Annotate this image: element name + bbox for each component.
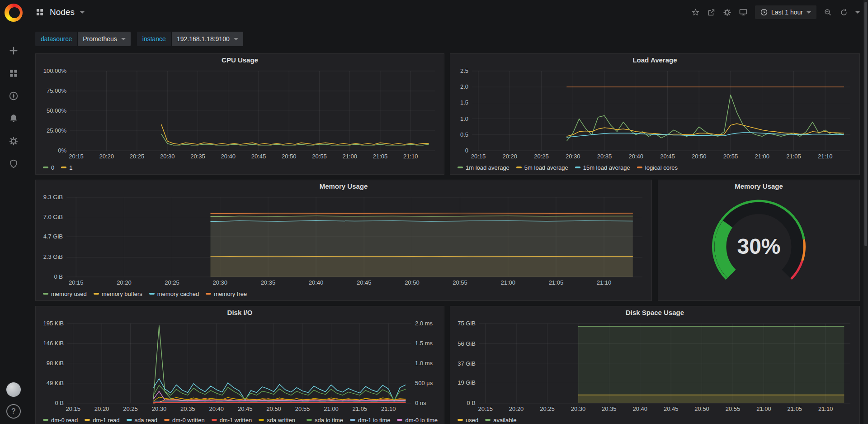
svg-text:20:25: 20:25 xyxy=(540,405,555,412)
legend-item[interactable]: sda read xyxy=(127,417,158,424)
grafana-logo-icon[interactable] xyxy=(5,4,23,22)
svg-text:146 KiB: 146 KiB xyxy=(43,340,64,347)
legend-swatch-icon xyxy=(575,167,580,168)
svg-text:0 B: 0 B xyxy=(54,273,63,280)
help-icon[interactable]: ? xyxy=(6,404,21,419)
legend-label: sda io time xyxy=(315,417,343,424)
load-average-chart[interactable]: 00.51.01.52.02.520:1520:2020:2520:3020:3… xyxy=(452,67,858,161)
svg-text:75.00%: 75.00% xyxy=(47,87,67,94)
panel-title[interactable]: Memory Usage xyxy=(36,180,651,193)
cpu-usage-chart[interactable]: 0%25.00%50.00%75.00%100.00%20:1520:2020:… xyxy=(38,67,442,161)
legend-item[interactable]: memory used xyxy=(43,291,87,297)
memory-usage-chart[interactable]: 0 B2.3 GiB4.7 GiB7.0 GiB9.3 GiB20:1520:2… xyxy=(38,193,650,287)
legend-label: available xyxy=(493,417,516,424)
disk-space-usage-chart[interactable]: 0 B19 GiB37 GiB56 GiB75 GiB20:1520:2020:… xyxy=(452,319,858,413)
legend-item[interactable]: dm-0 written xyxy=(164,417,205,424)
filter-datasource-label: datasource xyxy=(35,32,77,46)
time-range-picker[interactable]: Last 1 hour xyxy=(755,5,816,19)
share-icon xyxy=(707,8,716,17)
tv-mode-button[interactable] xyxy=(739,8,748,17)
chevron-down-icon xyxy=(855,11,860,14)
sidebar-item-create[interactable] xyxy=(8,45,19,56)
filter-instance-value[interactable]: 192.168.1.18:9100 xyxy=(171,32,243,46)
svg-text:21:00: 21:00 xyxy=(756,405,771,412)
svg-text:21:05: 21:05 xyxy=(353,405,368,412)
refresh-icon xyxy=(840,8,848,17)
panel-title[interactable]: Load Average xyxy=(450,54,859,67)
legend-swatch-icon xyxy=(61,167,66,168)
legend-item[interactable]: dm-0 io time xyxy=(397,417,438,424)
svg-text:21:10: 21:10 xyxy=(403,153,418,160)
disk-io-legend: dm-0 readdm-1 readsda readdm-0 writtendm… xyxy=(43,415,438,424)
panel-title[interactable]: CPU Usage xyxy=(36,54,444,67)
time-range-label: Last 1 hour xyxy=(771,9,803,16)
dashboard-dropdown-caret-icon[interactable] xyxy=(80,11,85,14)
sidebar-item-dashboards[interactable] xyxy=(8,68,19,79)
legend-label: dm-0 written xyxy=(172,417,205,424)
legend-item[interactable]: used xyxy=(458,417,478,424)
svg-text:1.0 ms: 1.0 ms xyxy=(415,360,433,367)
svg-text:2.0: 2.0 xyxy=(460,83,468,90)
legend-item[interactable]: sda written xyxy=(259,417,295,424)
svg-text:20:50: 20:50 xyxy=(692,153,707,160)
sidebar-item-alerting[interactable] xyxy=(8,113,19,124)
panel-title[interactable]: Memory Usage xyxy=(658,180,859,193)
svg-text:20:55: 20:55 xyxy=(295,405,310,412)
svg-text:20:25: 20:25 xyxy=(130,153,145,160)
legend-item[interactable]: 1 xyxy=(61,164,72,171)
svg-text:37 GiB: 37 GiB xyxy=(458,360,476,367)
dashboard-title[interactable]: Nodes xyxy=(50,7,75,17)
star-icon xyxy=(691,8,700,17)
legend-label: 15m load average xyxy=(583,164,630,171)
svg-text:21:00: 21:00 xyxy=(755,153,769,160)
compass-icon xyxy=(9,91,19,101)
legend-item[interactable]: available xyxy=(485,417,516,424)
legend-swatch-icon xyxy=(397,419,402,421)
user-avatar[interactable] xyxy=(6,382,21,397)
legend-item[interactable]: 5m load average xyxy=(516,164,568,171)
refresh-button[interactable] xyxy=(840,8,848,17)
dashboard-settings-button[interactable] xyxy=(723,8,731,17)
legend-item[interactable]: sda io time xyxy=(307,417,343,424)
svg-text:20:35: 20:35 xyxy=(261,279,276,286)
panel-title[interactable]: Disk I/O xyxy=(36,306,444,319)
panel-memory-gauge: Memory Usage 30% xyxy=(658,180,860,301)
legend-item[interactable]: dm-0 read xyxy=(43,417,78,424)
legend-item[interactable]: 0 xyxy=(43,164,54,171)
sidebar-item-server-admin[interactable] xyxy=(8,158,19,169)
svg-text:20:35: 20:35 xyxy=(597,153,612,160)
svg-text:20:20: 20:20 xyxy=(99,153,114,160)
page-scrollbar[interactable] xyxy=(863,0,868,424)
shield-icon xyxy=(9,159,19,169)
legend-item[interactable]: dm-1 io time xyxy=(350,417,391,424)
svg-text:0.5: 0.5 xyxy=(460,131,468,138)
svg-text:20:20: 20:20 xyxy=(117,279,132,286)
legend-item[interactable]: dm-1 written xyxy=(212,417,252,424)
share-button[interactable] xyxy=(707,8,716,17)
svg-text:20:20: 20:20 xyxy=(502,153,517,160)
legend-label: dm-1 read xyxy=(93,417,119,424)
svg-text:21:00: 21:00 xyxy=(342,153,357,160)
legend-label: sda written xyxy=(267,417,295,424)
svg-text:75 GiB: 75 GiB xyxy=(458,320,476,327)
legend-swatch-icon xyxy=(85,419,90,421)
filter-datasource-value[interactable]: Prometheus xyxy=(77,32,130,46)
panel-title[interactable]: Disk Space Usage xyxy=(450,306,859,319)
zoom-out-button[interactable] xyxy=(824,8,832,17)
legend-item[interactable]: memory cached xyxy=(149,291,199,297)
sidebar-item-explore[interactable] xyxy=(8,91,19,101)
cpu-usage-legend: 01 xyxy=(43,162,438,172)
refresh-interval-dropdown[interactable] xyxy=(855,11,860,14)
star-button[interactable] xyxy=(691,8,700,17)
disk-io-chart[interactable]: 0 B49 KiB98 KiB146 KiB195 KiB0 ns500 µs1… xyxy=(38,319,442,413)
svg-text:20:30: 20:30 xyxy=(160,153,175,160)
legend-label: 5m load average xyxy=(524,164,568,171)
legend-item[interactable]: memory buffers xyxy=(94,291,142,297)
legend-item[interactable]: 1m load average xyxy=(458,164,509,171)
legend-item[interactable]: 15m load average xyxy=(575,164,630,171)
scrollbar-thumb[interactable] xyxy=(864,2,867,246)
legend-item[interactable]: logical cores xyxy=(637,164,678,171)
legend-item[interactable]: dm-1 read xyxy=(85,417,119,424)
legend-item[interactable]: memory free xyxy=(206,291,247,297)
sidebar-item-configuration[interactable] xyxy=(8,136,19,147)
